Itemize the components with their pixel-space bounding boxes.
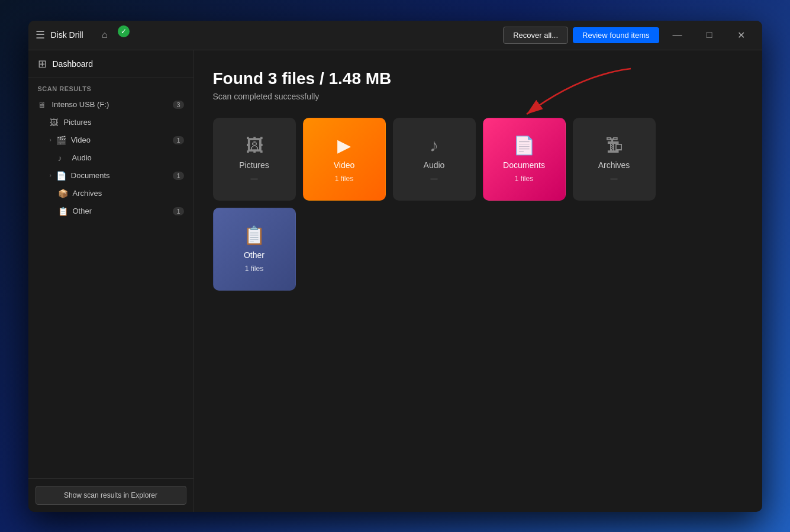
category-card-audio[interactable]: ♪ Audio — bbox=[393, 118, 476, 201]
sidebar-item-intenso-usb[interactable]: 🖥 Intenso USB (F:) 3 bbox=[28, 96, 194, 114]
sidebar-dashboard-label: Dashboard bbox=[53, 59, 93, 69]
main-layout: ⊞ Dashboard Scan results 🖥 Intenso USB (… bbox=[28, 50, 762, 512]
home-icon: ⌂ bbox=[102, 30, 108, 40]
sidebar-item-other[interactable]: 📋 Other 1 bbox=[28, 202, 194, 220]
archives-icon: 📦 bbox=[58, 189, 68, 198]
category-card-archives[interactable]: 🗜 Archives — bbox=[573, 118, 656, 201]
app-window: ☰ Disk Drill ⌂ ✓ Recover all... Review f… bbox=[28, 21, 762, 512]
category-documents-name: Documents bbox=[503, 160, 545, 170]
recover-all-button[interactable]: Recover all... bbox=[503, 27, 568, 44]
category-card-documents[interactable]: 📄 Documents 1 files bbox=[483, 118, 566, 201]
titlebar-left: ☰ Disk Drill bbox=[36, 28, 83, 41]
sidebar: ⊞ Dashboard Scan results 🖥 Intenso USB (… bbox=[28, 50, 194, 512]
category-archives-name: Archives bbox=[598, 160, 630, 170]
sidebar-item-video-label: Video bbox=[71, 136, 91, 144]
category-card-other[interactable]: 📋 Other 1 files bbox=[213, 208, 296, 291]
found-title: Found 3 files / 1.48 MB bbox=[213, 69, 743, 88]
app-title: Disk Drill bbox=[51, 30, 83, 40]
category-pictures-icon: 🖼 bbox=[246, 136, 263, 156]
sidebar-item-audio[interactable]: ♪ Audio bbox=[28, 149, 194, 167]
category-card-video[interactable]: ▶ Video 1 files bbox=[303, 118, 386, 201]
category-documents-icon: 📄 bbox=[513, 135, 535, 156]
category-other-icon: 📋 bbox=[243, 225, 265, 246]
sidebar-item-audio-label: Audio bbox=[72, 153, 92, 162]
category-pictures-count: — bbox=[251, 175, 258, 183]
sidebar-item-pictures[interactable]: 🖼 Pictures bbox=[28, 114, 194, 131]
pictures-icon: 🖼 bbox=[50, 118, 59, 127]
category-audio-name: Audio bbox=[424, 160, 445, 170]
category-documents-count: 1 files bbox=[515, 175, 533, 183]
sidebar-item-documents[interactable]: › 📄 Documents 1 bbox=[28, 167, 194, 185]
category-other-name: Other bbox=[244, 250, 265, 260]
maximize-button[interactable]: □ bbox=[696, 25, 723, 44]
scan-status: Scan completed successfully bbox=[213, 92, 743, 101]
category-pictures-name: Pictures bbox=[239, 160, 269, 170]
category-grid: 🖼 Pictures — ▶ Video 1 files ♪ Audio — bbox=[213, 118, 743, 291]
documents-expand-arrow[interactable]: › bbox=[50, 172, 51, 179]
audio-icon: ♪ bbox=[58, 153, 67, 163]
content-area: Found 3 files / 1.48 MB Scan completed s… bbox=[194, 50, 762, 512]
documents-count-badge: 1 bbox=[173, 172, 183, 180]
sidebar-item-intenso-label: Intenso USB (F:) bbox=[52, 100, 109, 109]
review-found-button[interactable]: Review found items bbox=[573, 27, 659, 43]
sidebar-bottom: Show scan results in Explorer bbox=[28, 478, 194, 512]
category-video-icon: ▶ bbox=[337, 135, 351, 156]
category-archives-count: — bbox=[611, 175, 618, 183]
home-button[interactable]: ⌂ bbox=[95, 25, 114, 44]
check-icon: ✓ bbox=[121, 27, 127, 36]
show-explorer-button[interactable]: Show scan results in Explorer bbox=[36, 486, 186, 505]
sidebar-item-archives[interactable]: 📦 Archives bbox=[28, 185, 194, 202]
intenso-count-badge: 3 bbox=[173, 101, 183, 109]
grid-icon: ⊞ bbox=[38, 57, 47, 70]
category-other-count: 1 files bbox=[245, 265, 263, 273]
documents-icon: 📄 bbox=[56, 171, 66, 180]
category-video-count: 1 files bbox=[335, 175, 353, 183]
category-card-pictures[interactable]: 🖼 Pictures — bbox=[213, 118, 296, 201]
titlebar-center: ⌂ ✓ bbox=[83, 25, 503, 44]
usb-icon: 🖥 bbox=[38, 100, 47, 109]
titlebar: ☰ Disk Drill ⌂ ✓ Recover all... Review f… bbox=[28, 21, 762, 50]
category-archives-icon: 🗜 bbox=[605, 136, 623, 156]
sidebar-item-pictures-label: Pictures bbox=[64, 118, 92, 127]
sidebar-section-scan-results: Scan results bbox=[28, 78, 194, 96]
video-icon: 🎬 bbox=[56, 136, 66, 145]
category-audio-icon: ♪ bbox=[430, 136, 438, 156]
category-audio-count: — bbox=[431, 175, 438, 183]
status-check: ✓ bbox=[118, 25, 130, 37]
sidebar-item-dashboard[interactable]: ⊞ Dashboard bbox=[28, 50, 194, 78]
category-video-name: Video bbox=[334, 160, 355, 170]
minimize-button[interactable]: — bbox=[664, 25, 691, 44]
video-count-badge: 1 bbox=[173, 136, 183, 144]
hamburger-icon[interactable]: ☰ bbox=[36, 28, 45, 41]
titlebar-right: Recover all... Review found items — □ ✕ bbox=[503, 25, 754, 44]
sidebar-item-archives-label: Archives bbox=[73, 189, 102, 198]
sidebar-item-documents-label: Documents bbox=[71, 171, 110, 180]
close-button[interactable]: ✕ bbox=[728, 25, 755, 44]
video-expand-arrow[interactable]: › bbox=[50, 137, 51, 143]
other-count-badge: 1 bbox=[173, 207, 183, 215]
sidebar-item-other-label: Other bbox=[73, 207, 92, 215]
other-icon: 📋 bbox=[58, 207, 68, 216]
sidebar-item-video[interactable]: › 🎬 Video 1 bbox=[28, 131, 194, 149]
